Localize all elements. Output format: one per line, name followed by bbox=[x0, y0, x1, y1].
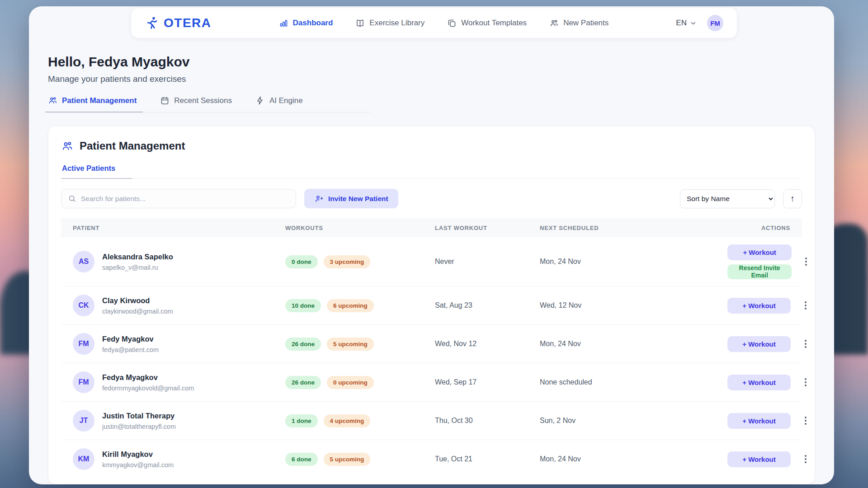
add-workout-button[interactable]: + Workout bbox=[727, 451, 791, 467]
table-row: JT Justin Total Therapy justin@totalther… bbox=[61, 401, 802, 440]
next-scheduled: Sun, 2 Nov bbox=[540, 417, 727, 425]
done-badge: 26 done bbox=[285, 338, 321, 351]
kebab-menu-icon bbox=[805, 261, 807, 263]
table-row: FM Fedya Myagkov fedormmyagkovold@gmail.… bbox=[61, 363, 802, 401]
subtab-active-patients[interactable]: Active Patients bbox=[61, 164, 119, 178]
copy-icon bbox=[447, 19, 457, 28]
panel-header: Patient Management bbox=[61, 140, 802, 152]
chevron-down-icon bbox=[690, 20, 696, 26]
workouts-cell: 26 done 0 upcoming bbox=[285, 376, 435, 389]
page-subtitle: Manage your patients and exercises bbox=[48, 74, 189, 84]
patient-email: justin@totaltherapyfl.com bbox=[102, 423, 176, 430]
nav-item-new-patients[interactable]: New Patients bbox=[549, 19, 609, 28]
workouts-cell: 10 done 6 upcoming bbox=[285, 299, 435, 312]
workouts-cell: 26 done 5 upcoming bbox=[285, 338, 435, 351]
next-scheduled: Mon, 24 Nov bbox=[540, 258, 727, 266]
row-menu-button[interactable] bbox=[801, 451, 811, 467]
resend-invite-button[interactable]: Resend Invite Email bbox=[727, 264, 792, 279]
patient-email: fedormmyagkovold@gmail.com bbox=[102, 385, 194, 392]
patient-cell: AS Aleksandra Sapelko sapelko_v@mail.ru bbox=[73, 251, 285, 272]
avatar: KM bbox=[73, 448, 94, 470]
actions-cell: + Workout bbox=[727, 298, 811, 314]
row-menu-button[interactable] bbox=[801, 336, 811, 352]
row-menu-button[interactable] bbox=[801, 298, 811, 313]
row-menu-button[interactable] bbox=[801, 375, 811, 390]
patient-cell: JT Justin Total Therapy justin@totalther… bbox=[73, 410, 285, 432]
main-card: OTERA Dashboard Exercise Library bbox=[29, 6, 834, 484]
patient-cell: FM Fedya Myagkov fedormmyagkovold@gmail.… bbox=[73, 371, 285, 393]
table-row: CK Clay Kirwood claykirwood@gmail.com 10… bbox=[61, 286, 802, 324]
patient-name: Fedya Myagkov bbox=[102, 373, 194, 382]
avatar: FM bbox=[73, 371, 94, 393]
table-body: AS Aleksandra Sapelko sapelko_v@mail.ru … bbox=[61, 237, 802, 478]
last-workout: Wed, Nov 12 bbox=[435, 340, 540, 348]
upcoming-badge: 3 upcoming bbox=[324, 255, 371, 268]
upcoming-badge: 6 upcoming bbox=[327, 299, 374, 312]
patient-cell: FM Fedy Myagkov fedya@patient.com bbox=[73, 333, 285, 355]
tab-patient-management[interactable]: Patient Management bbox=[48, 96, 137, 105]
row-menu-button[interactable] bbox=[802, 254, 811, 269]
patient-email: claykirwood@gmail.com bbox=[102, 308, 173, 315]
search-input[interactable] bbox=[81, 195, 289, 203]
running-person-icon bbox=[145, 16, 159, 30]
patient-name: Clay Kirwood bbox=[102, 296, 173, 305]
calendar-icon bbox=[160, 96, 170, 105]
sort-select[interactable]: Sort by Name bbox=[680, 189, 775, 208]
kebab-menu-icon bbox=[805, 305, 807, 306]
actions-cell: + Workout bbox=[727, 451, 811, 467]
add-workout-button[interactable]: + Workout bbox=[727, 336, 791, 352]
next-scheduled: Mon, 24 Nov bbox=[540, 340, 727, 348]
kebab-menu-icon bbox=[805, 381, 807, 383]
last-workout: Wed, Sep 17 bbox=[435, 378, 540, 386]
patient-cell: KM Kirill Myagkov kmmyagkov@gmail.com bbox=[73, 448, 285, 470]
table-row: FM Fedy Myagkov fedya@patient.com 26 don… bbox=[61, 324, 802, 363]
column-header-last-workout: LAST WORKOUT bbox=[435, 225, 540, 231]
table-row: AS Aleksandra Sapelko sapelko_v@mail.ru … bbox=[61, 237, 802, 286]
people-icon bbox=[61, 140, 73, 152]
add-workout-button[interactable]: + Workout bbox=[727, 298, 791, 314]
next-scheduled: None scheduled bbox=[540, 378, 727, 386]
nav-item-dashboard[interactable]: Dashboard bbox=[279, 19, 333, 28]
brand-logo[interactable]: OTERA bbox=[145, 16, 212, 30]
people-icon bbox=[48, 96, 57, 105]
next-scheduled: Wed, 12 Nov bbox=[540, 301, 727, 310]
toolbar: Invite New Patient Sort by Name ↑ bbox=[61, 189, 802, 208]
actions-cell: + Workout bbox=[727, 375, 811, 390]
done-badge: 26 done bbox=[285, 376, 321, 389]
workouts-cell: 0 done 3 upcoming bbox=[285, 255, 435, 268]
tab-label: AI Engine bbox=[269, 96, 303, 105]
user-avatar[interactable]: FM bbox=[707, 15, 723, 31]
nav-item-label: Dashboard bbox=[293, 19, 333, 28]
language-selector[interactable]: EN bbox=[676, 19, 696, 28]
patient-name: Kirill Myagkov bbox=[102, 450, 174, 459]
invite-new-patient-button[interactable]: Invite New Patient bbox=[304, 189, 398, 208]
row-menu-button[interactable] bbox=[801, 413, 811, 428]
people-icon bbox=[549, 19, 559, 28]
search-icon bbox=[68, 194, 76, 203]
kebab-menu-icon bbox=[805, 420, 807, 422]
nav-item-label: New Patients bbox=[563, 19, 609, 28]
done-badge: 1 done bbox=[285, 414, 318, 427]
actions-cell: + Workout bbox=[727, 413, 811, 429]
tab-ai-engine[interactable]: AI Engine bbox=[255, 96, 303, 105]
subtabs: Active Patients bbox=[61, 164, 802, 179]
actions-cell: + Workout Resend Invite Email bbox=[727, 244, 811, 279]
actions-cell: + Workout bbox=[727, 336, 811, 352]
add-workout-button[interactable]: + Workout bbox=[727, 413, 791, 429]
nav-item-workout-templates[interactable]: Workout Templates bbox=[447, 19, 527, 28]
upcoming-badge: 5 upcoming bbox=[327, 338, 374, 351]
add-workout-button[interactable]: + Workout bbox=[727, 244, 792, 260]
last-workout: Sat, Aug 23 bbox=[435, 301, 540, 310]
nav-item-label: Exercise Library bbox=[369, 19, 425, 28]
sort-direction-button[interactable]: ↑ bbox=[783, 189, 802, 208]
done-badge: 6 done bbox=[285, 453, 318, 466]
search-box bbox=[61, 189, 296, 208]
add-workout-button[interactable]: + Workout bbox=[727, 375, 791, 390]
nav-right: EN FM bbox=[676, 15, 723, 31]
patient-name: Fedy Myagkov bbox=[102, 335, 159, 343]
patient-email: sapelko_v@mail.ru bbox=[102, 264, 173, 271]
nav-item-exercise-library[interactable]: Exercise Library bbox=[355, 19, 425, 28]
panel-title: Patient Management bbox=[80, 140, 185, 152]
lightning-icon bbox=[255, 96, 265, 105]
tab-recent-sessions[interactable]: Recent Sessions bbox=[160, 96, 232, 105]
